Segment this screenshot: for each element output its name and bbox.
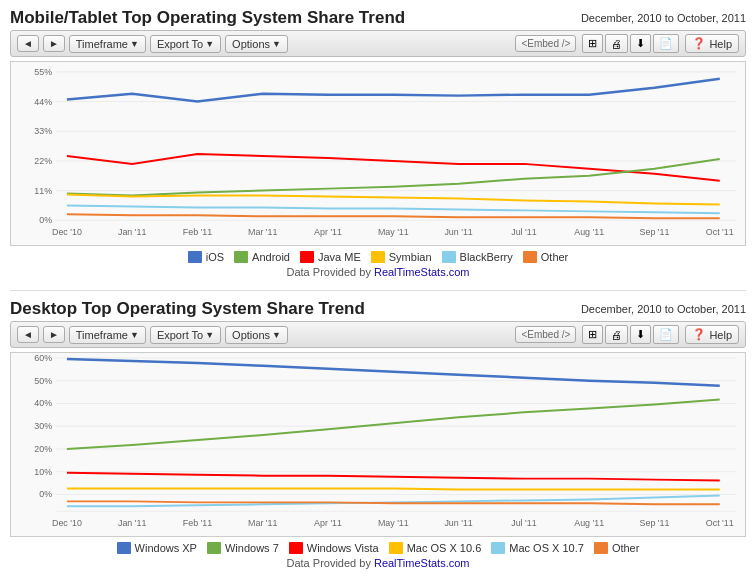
mobile-toolbar-left: ◄ ► Timeframe ▼ Export To ▼ Options ▼ — [17, 35, 288, 53]
mobile-options-btn[interactable]: Options ▼ — [225, 35, 288, 53]
mobile-legend-blackberry-color — [442, 251, 456, 263]
desktop-legend-winvista-color — [289, 542, 303, 554]
svg-text:55%: 55% — [34, 67, 52, 77]
desktop-legend-mac106-color — [389, 542, 403, 554]
mobile-nav-next[interactable]: ► — [43, 35, 65, 52]
mobile-legend-javame-label: Java ME — [318, 251, 361, 263]
desktop-icon-btn-2[interactable]: 🖨 — [605, 325, 628, 344]
mobile-icon-btn-1[interactable]: ⊞ — [582, 34, 603, 53]
desktop-timeframe-chevron: ▼ — [130, 330, 139, 340]
svg-text:Jul '11: Jul '11 — [511, 518, 536, 528]
desktop-legend: Windows XP Windows 7 Windows Vista Mac O… — [10, 542, 746, 554]
mobile-legend-ios-color — [188, 251, 202, 263]
svg-text:50%: 50% — [34, 376, 52, 386]
desktop-help-icon: ❓ — [692, 328, 706, 341]
svg-text:May '11: May '11 — [378, 227, 409, 237]
svg-text:Jun '11: Jun '11 — [444, 518, 472, 528]
mobile-legend-ios-label: iOS — [206, 251, 224, 263]
desktop-toolbar-right: <Embed /> ⊞ 🖨 ⬇ 📄 ❓ Help — [515, 325, 739, 344]
mobile-embed-btn[interactable]: <Embed /> — [515, 35, 576, 52]
mobile-icon-group: ⊞ 🖨 ⬇ 📄 — [582, 34, 679, 53]
svg-text:Jan '11: Jan '11 — [118, 518, 146, 528]
svg-text:60%: 60% — [34, 353, 52, 363]
mobile-legend-android-color — [234, 251, 248, 263]
desktop-nav-next[interactable]: ► — [43, 326, 65, 343]
svg-text:Aug '11: Aug '11 — [574, 227, 604, 237]
svg-text:Mar '11: Mar '11 — [248, 518, 277, 528]
mobile-help-btn[interactable]: ❓ Help — [685, 34, 739, 53]
mobile-nav-prev[interactable]: ◄ — [17, 35, 39, 52]
desktop-legend-other: Other — [594, 542, 640, 554]
mobile-help-icon: ❓ — [692, 37, 706, 50]
svg-text:33%: 33% — [34, 126, 52, 136]
mobile-legend-blackberry: BlackBerry — [442, 251, 513, 263]
mobile-options-label: Options — [232, 38, 270, 50]
desktop-legend-mac106-label: Mac OS X 10.6 — [407, 542, 482, 554]
desktop-chart-container: 60% 50% 40% 30% 20% 10% 0% Dec '10 Jan '… — [10, 352, 746, 537]
svg-text:30%: 30% — [34, 421, 52, 431]
svg-text:20%: 20% — [34, 444, 52, 454]
desktop-legend-winvista-label: Windows Vista — [307, 542, 379, 554]
desktop-legend-winxp: Windows XP — [117, 542, 197, 554]
desktop-legend-win7: Windows 7 — [207, 542, 279, 554]
mobile-legend-other: Other — [523, 251, 569, 263]
mobile-legend-android-label: Android — [252, 251, 290, 263]
mobile-help-label: Help — [709, 38, 732, 50]
mobile-legend-symbian-label: Symbian — [389, 251, 432, 263]
mobile-legend-ios: iOS — [188, 251, 224, 263]
mobile-icon-btn-3[interactable]: ⬇ — [630, 34, 651, 53]
desktop-options-btn[interactable]: Options ▼ — [225, 326, 288, 344]
svg-text:Oct '11: Oct '11 — [706, 227, 734, 237]
desktop-export-btn[interactable]: Export To ▼ — [150, 326, 221, 344]
desktop-legend-win7-label: Windows 7 — [225, 542, 279, 554]
mobile-icon-btn-2[interactable]: 🖨 — [605, 34, 628, 53]
desktop-credit-link[interactable]: RealTimeStats.com — [374, 557, 470, 569]
desktop-timeframe-btn[interactable]: Timeframe ▼ — [69, 326, 146, 344]
desktop-embed-label: <Embed /> — [521, 329, 570, 340]
mobile-export-btn[interactable]: Export To ▼ — [150, 35, 221, 53]
desktop-toolbar: ◄ ► Timeframe ▼ Export To ▼ Options ▼ <E… — [10, 321, 746, 348]
desktop-nav-prev[interactable]: ◄ — [17, 326, 39, 343]
svg-text:Jun '11: Jun '11 — [444, 227, 472, 237]
mobile-timeframe-chevron: ▼ — [130, 39, 139, 49]
desktop-icon-btn-1[interactable]: ⊞ — [582, 325, 603, 344]
desktop-legend-mac107-color — [491, 542, 505, 554]
desktop-embed-btn[interactable]: <Embed /> — [515, 326, 576, 343]
mobile-timeframe-label: Timeframe — [76, 38, 128, 50]
desktop-legend-mac107-label: Mac OS X 10.7 — [509, 542, 584, 554]
svg-text:Aug '11: Aug '11 — [574, 518, 604, 528]
svg-text:Sep '11: Sep '11 — [640, 227, 670, 237]
mobile-timeframe-btn[interactable]: Timeframe ▼ — [69, 35, 146, 53]
mobile-icon-btn-4[interactable]: 📄 — [653, 34, 679, 53]
svg-text:22%: 22% — [34, 156, 52, 166]
mobile-chart-svg: 55% 44% 33% 22% 11% 0% Dec '10 Jan '11 F… — [11, 62, 745, 245]
desktop-legend-other-color — [594, 542, 608, 554]
mobile-toolbar-right: <Embed /> ⊞ 🖨 ⬇ 📄 ❓ Help — [515, 34, 739, 53]
desktop-legend-mac106: Mac OS X 10.6 — [389, 542, 482, 554]
svg-text:Mar '11: Mar '11 — [248, 227, 277, 237]
svg-text:May '11: May '11 — [378, 518, 409, 528]
mobile-date-range: December, 2010 to October, 2011 — [581, 8, 746, 24]
svg-text:40%: 40% — [34, 398, 52, 408]
mobile-embed-label: <Embed /> — [521, 38, 570, 49]
mobile-legend-symbian: Symbian — [371, 251, 432, 263]
desktop-legend-other-label: Other — [612, 542, 640, 554]
mobile-legend-other-label: Other — [541, 251, 569, 263]
mobile-chart-container: 55% 44% 33% 22% 11% 0% Dec '10 Jan '11 F… — [10, 61, 746, 246]
desktop-legend-mac107: Mac OS X 10.7 — [491, 542, 584, 554]
mobile-export-chevron: ▼ — [205, 39, 214, 49]
mobile-legend-javame-color — [300, 251, 314, 263]
mobile-options-chevron: ▼ — [272, 39, 281, 49]
desktop-legend-winvista: Windows Vista — [289, 542, 379, 554]
desktop-legend-winxp-label: Windows XP — [135, 542, 197, 554]
svg-text:Apr '11: Apr '11 — [314, 227, 342, 237]
desktop-icon-btn-3[interactable]: ⬇ — [630, 325, 651, 344]
mobile-credit-link[interactable]: RealTimeStats.com — [374, 266, 470, 278]
desktop-icon-btn-4[interactable]: 📄 — [653, 325, 679, 344]
desktop-legend-winxp-color — [117, 542, 131, 554]
desktop-icon-group: ⊞ 🖨 ⬇ 📄 — [582, 325, 679, 344]
desktop-help-btn[interactable]: ❓ Help — [685, 325, 739, 344]
svg-text:Oct '11: Oct '11 — [706, 518, 734, 528]
svg-text:10%: 10% — [34, 467, 52, 477]
mobile-chart-section: Mobile/Tablet Top Operating System Share… — [0, 0, 756, 290]
